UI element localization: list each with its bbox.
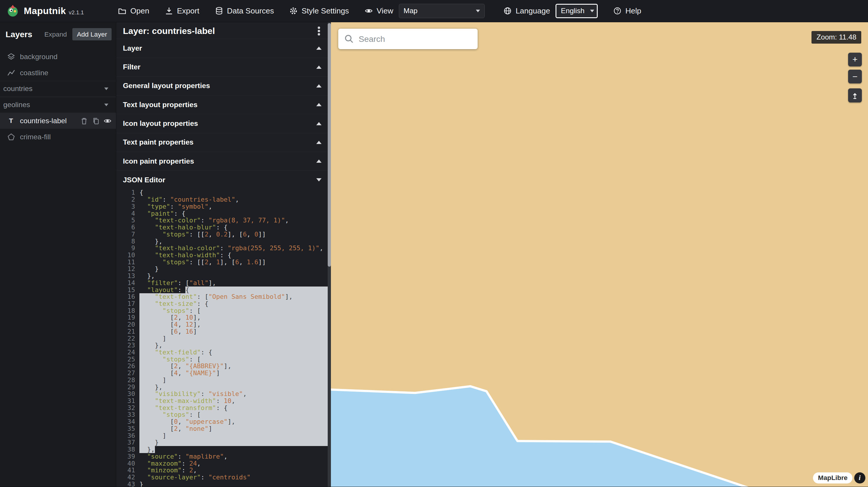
code-line[interactable]: 29 }, xyxy=(116,384,328,391)
section-filter[interactable]: Filter xyxy=(116,58,331,76)
style-settings-button[interactable]: Style Settings xyxy=(289,6,349,15)
data-sources-button[interactable]: Data Sources xyxy=(215,6,274,15)
line-number: 14 xyxy=(116,280,140,287)
chevron-up-icon xyxy=(316,84,321,88)
open-button[interactable]: Open xyxy=(118,6,149,15)
view-menu-button[interactable]: View xyxy=(365,6,393,15)
layer-item-crimea-fill[interactable]: crimea-fill xyxy=(0,129,116,145)
layer-group-countries[interactable]: countries xyxy=(0,81,116,97)
code-line[interactable]: 36 ] xyxy=(116,432,328,439)
code-line[interactable]: 7 "stops": [[2, 0.2], [6, 0]] xyxy=(116,231,328,238)
code-line[interactable]: 40 "maxzoom": 24, xyxy=(116,460,328,467)
section-icon-layout[interactable]: Icon layout properties xyxy=(116,114,331,133)
section-json-editor[interactable]: JSON Editor xyxy=(116,170,331,189)
code-line[interactable]: 23 }, xyxy=(116,342,328,349)
code-line[interactable]: 33 "stops": [ xyxy=(116,411,328,418)
code-line[interactable]: 25 "stops": [ xyxy=(116,356,328,363)
code-line[interactable]: 26 [2, "{ABBREV}"], xyxy=(116,363,328,370)
zoom-in-button[interactable]: + xyxy=(848,53,862,66)
section-icon-paint[interactable]: Icon paint properties xyxy=(116,152,331,170)
line-number: 5 xyxy=(116,217,140,224)
code-line[interactable]: 42 "source-layer": "centroids" xyxy=(116,474,328,481)
json-editor-code[interactable]: 1{2 "id": "countries-label",3 "type": "s… xyxy=(116,189,328,487)
code-line[interactable]: 39 "source": "maplibre", xyxy=(116,453,328,460)
kebab-menu-icon[interactable] xyxy=(318,30,320,32)
code-line[interactable]: 14 "filter": ["all"], xyxy=(116,280,328,287)
code-line[interactable]: 12 } xyxy=(116,265,328,272)
code-line[interactable]: 19 [2, 10], xyxy=(116,314,328,321)
layer-item-coastline[interactable]: coastline xyxy=(0,65,116,81)
layer-item-label: background xyxy=(20,53,57,61)
code-line[interactable]: 15 "layout": { xyxy=(116,287,328,294)
code-line[interactable]: 27 [4, "{NAME}"] xyxy=(116,370,328,377)
code-line[interactable]: 24 "text-field": { xyxy=(116,349,328,356)
code-line[interactable]: 1{ xyxy=(116,189,328,196)
line-number: 8 xyxy=(116,238,140,245)
code-line[interactable]: 6 "text-halo-blur": { xyxy=(116,224,328,231)
compass-button[interactable] xyxy=(848,88,862,102)
section-general-layout[interactable]: General layout properties xyxy=(116,76,331,95)
search-icon xyxy=(344,34,354,43)
info-icon[interactable]: i xyxy=(854,473,865,484)
code-line[interactable]: 34 [0, "uppercase"], xyxy=(116,418,328,425)
line-number: 13 xyxy=(116,272,140,280)
code-line[interactable]: 28 ] xyxy=(116,377,328,384)
copy-layer-icon[interactable] xyxy=(92,117,99,125)
section-text-layout[interactable]: Text layout properties xyxy=(116,95,331,114)
code-line[interactable]: 13 }, xyxy=(116,272,328,280)
layers-header: Layers Expand Add Layer xyxy=(0,22,116,46)
code-line[interactable]: 38 }, xyxy=(116,446,328,453)
code-line[interactable]: 35 [2, "none"] xyxy=(116,425,328,432)
code-line[interactable]: 9 "text-halo-color": "rgba(255, 255, 255… xyxy=(116,245,328,252)
layer-item-countries-label[interactable]: T countries-label xyxy=(0,113,116,129)
code-line[interactable]: 2 "id": "countries-label", xyxy=(116,196,328,203)
code-line[interactable]: 18 "stops": [ xyxy=(116,307,328,314)
layer-item-background[interactable]: background xyxy=(0,48,116,65)
code-line[interactable]: 20 [4, 12], xyxy=(116,321,328,328)
delete-layer-icon[interactable] xyxy=(81,117,88,125)
scrollbar-thumb[interactable] xyxy=(328,23,331,267)
code-line[interactable]: 3 "type": "symbol", xyxy=(116,203,328,210)
help-button[interactable]: Help xyxy=(613,6,641,15)
view-select[interactable]: Map xyxy=(399,4,485,18)
search-input[interactable] xyxy=(359,34,472,44)
language-menu-button[interactable]: Language xyxy=(503,6,550,15)
code-line[interactable]: 31 "text-max-width": 10, xyxy=(116,397,328,404)
code-line[interactable]: 17 "text-size": { xyxy=(116,300,328,307)
line-number: 4 xyxy=(116,210,140,217)
section-label: Text paint properties xyxy=(123,138,193,146)
panel-scrollbar[interactable] xyxy=(328,22,331,487)
code-line[interactable]: 11 "stops": [[2, 1], [6, 1.6]] xyxy=(116,259,328,266)
expand-button[interactable]: Expand xyxy=(44,30,67,38)
section-text-paint[interactable]: Text paint properties xyxy=(116,133,331,152)
line-number: 40 xyxy=(116,460,140,467)
export-button[interactable]: Export xyxy=(165,6,199,15)
code-line[interactable]: 32 "text-transform": { xyxy=(116,404,328,412)
layer-group-geolines[interactable]: geolines xyxy=(0,97,116,113)
code-line[interactable]: 30 "visibility": "visible", xyxy=(116,390,328,397)
zoom-out-button[interactable]: − xyxy=(848,70,862,84)
code-line[interactable]: 37 } xyxy=(116,439,328,446)
section-layer[interactable]: Layer xyxy=(116,39,331,57)
code-line[interactable]: 10 "text-halo-width": { xyxy=(116,252,328,259)
code-line[interactable]: 43} xyxy=(116,481,328,487)
code-line[interactable]: 16 "text-font": ["Open Sans Semibold"], xyxy=(116,293,328,300)
code-line[interactable]: 41 "minzoom": 2, xyxy=(116,467,328,474)
code-line[interactable]: 21 [6, 16] xyxy=(116,328,328,335)
add-layer-button[interactable]: Add Layer xyxy=(72,28,112,40)
map-area[interactable]: Zoom: 11.48 + − MapLibre i xyxy=(331,22,868,487)
minus-icon: − xyxy=(852,72,858,82)
chevron-down-icon xyxy=(476,10,480,12)
visibility-icon[interactable] xyxy=(104,117,111,125)
code-line[interactable]: 8 }, xyxy=(116,238,328,245)
symbol-t-icon: T xyxy=(7,117,16,125)
code-line[interactable]: 22 ] xyxy=(116,335,328,342)
language-select[interactable]: English xyxy=(556,4,598,18)
app-title: Maputnik xyxy=(24,6,66,17)
line-number: 26 xyxy=(116,363,140,370)
code-line[interactable]: 4 "paint": { xyxy=(116,210,328,217)
line-number: 12 xyxy=(116,265,140,272)
language-select-value: English xyxy=(561,7,585,15)
code-line[interactable]: 5 "text-color": "rgba(8, 37, 77, 1)", xyxy=(116,217,328,224)
maplibre-attribution-link[interactable]: MapLibre xyxy=(813,473,852,484)
